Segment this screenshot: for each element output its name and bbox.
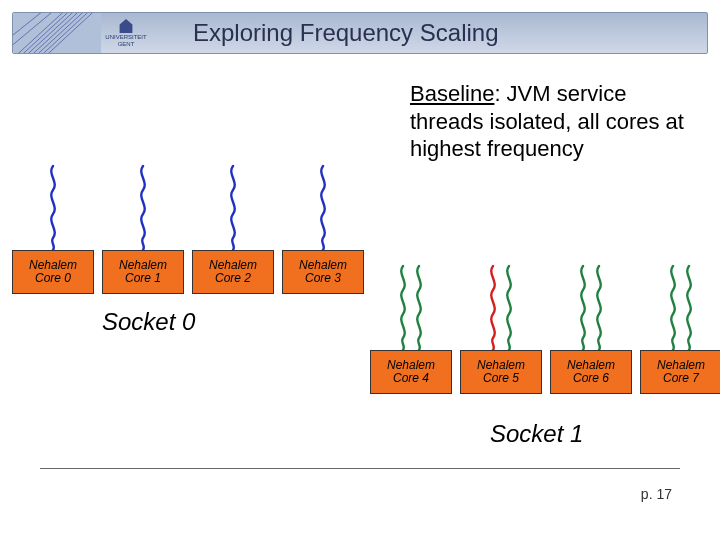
core-box: NehalemCore 7 — [640, 350, 720, 394]
thread-squiggle-icon — [591, 264, 607, 350]
socket1-cores: NehalemCore 4NehalemCore 5NehalemCore 6N… — [370, 260, 720, 394]
core-column: NehalemCore 2 — [192, 160, 274, 294]
core-line2: Core 2 — [215, 272, 251, 285]
page-number: p. 17 — [641, 486, 672, 502]
baseline-label: Baseline — [410, 81, 494, 106]
logo-building-icon — [118, 19, 134, 33]
thread-squiggle-icon — [485, 264, 501, 350]
core-column: NehalemCore 5 — [460, 260, 542, 394]
core-box: NehalemCore 6 — [550, 350, 632, 394]
core-line2: Core 4 — [393, 372, 429, 385]
baseline-text: Baseline: JVM service threads isolated, … — [410, 80, 690, 163]
core-column: NehalemCore 1 — [102, 160, 184, 294]
logo-text-2: GENT — [118, 41, 135, 47]
thread-squiggle-icon — [395, 264, 411, 350]
core-box: NehalemCore 5 — [460, 350, 542, 394]
core-column: NehalemCore 6 — [550, 260, 632, 394]
university-logo: UNIVERSITEIT GENT — [101, 13, 151, 53]
core-box: NehalemCore 0 — [12, 250, 94, 294]
core-column: NehalemCore 4 — [370, 260, 452, 394]
thread-squiggle-icon — [575, 264, 591, 350]
core-box: NehalemCore 1 — [102, 250, 184, 294]
thread-group — [315, 160, 331, 250]
core-line2: Core 1 — [125, 272, 161, 285]
thread-group — [225, 160, 241, 250]
slide-title: Exploring Frequency Scaling — [151, 19, 707, 47]
thread-squiggle-icon — [225, 164, 241, 250]
svg-line-6 — [38, 13, 101, 53]
socket0-label: Socket 0 — [102, 308, 195, 336]
core-box: NehalemCore 4 — [370, 350, 452, 394]
core-line2: Core 3 — [305, 272, 341, 285]
thread-squiggle-icon — [411, 264, 427, 350]
thread-group — [45, 160, 61, 250]
socket1-label: Socket 1 — [490, 420, 583, 448]
core-line2: Core 6 — [573, 372, 609, 385]
core-column: NehalemCore 7 — [640, 260, 720, 394]
thread-squiggle-icon — [501, 264, 517, 350]
core-box: NehalemCore 2 — [192, 250, 274, 294]
thread-group — [395, 260, 427, 350]
thread-squiggle-icon — [45, 164, 61, 250]
svg-line-0 — [13, 13, 73, 53]
thread-squiggle-icon — [681, 264, 697, 350]
thread-squiggle-icon — [315, 164, 331, 250]
thread-squiggle-icon — [665, 264, 681, 350]
thread-group — [575, 260, 607, 350]
socket0-cores: NehalemCore 0NehalemCore 1NehalemCore 2N… — [12, 160, 364, 294]
core-column: NehalemCore 0 — [12, 160, 94, 294]
core-line2: Core 7 — [663, 372, 699, 385]
slide-header: UNIVERSITEIT GENT Exploring Frequency Sc… — [12, 12, 708, 54]
core-column: NehalemCore 3 — [282, 160, 364, 294]
footer-divider — [40, 468, 680, 469]
thread-squiggle-icon — [135, 164, 151, 250]
core-line2: Core 0 — [35, 272, 71, 285]
thread-group — [665, 260, 697, 350]
thread-group — [485, 260, 517, 350]
header-decoration — [13, 13, 101, 53]
logo-text-1: UNIVERSITEIT — [105, 34, 146, 40]
thread-group — [135, 160, 151, 250]
core-box: NehalemCore 3 — [282, 250, 364, 294]
core-line2: Core 5 — [483, 372, 519, 385]
